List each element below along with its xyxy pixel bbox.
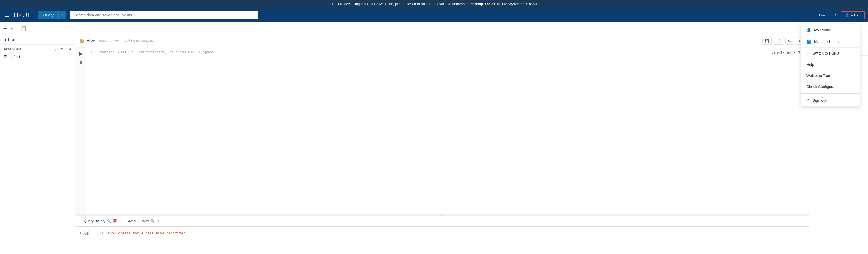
databases-count: (1) bbox=[55, 47, 59, 51]
add-db-icon[interactable]: + bbox=[65, 47, 67, 51]
hive-label: 🐝 Hive bbox=[80, 38, 95, 43]
format-query-button[interactable]: ||| bbox=[78, 60, 83, 64]
main-header: ☰ H•UE Query ▾ Jobs ≡ ↺ 👤 admin bbox=[0, 8, 868, 22]
hive-icon: 🐝 bbox=[80, 38, 85, 43]
history-query-text[interactable]: show create table test_hive_delimiter bbox=[107, 231, 185, 235]
sidebar-back-button[interactable]: ◀ Hive bbox=[0, 35, 75, 45]
admin-dropdown-menu: 👤 My Profile 👥 Manage Users ⇄ Switch to … bbox=[801, 24, 860, 106]
menu-item-help[interactable]: Help bbox=[801, 59, 860, 70]
sub-icon-grid[interactable]: ⊞ bbox=[10, 26, 14, 31]
admin-label: admin bbox=[851, 13, 861, 17]
query-dropdown-button[interactable]: ▾ bbox=[58, 11, 66, 19]
header-right: Jobs ≡ ↺ 👤 admin bbox=[818, 11, 865, 19]
editor-settings-icon[interactable]: ⚙ bbox=[797, 50, 801, 54]
sub-icon-list[interactable]: ☰ bbox=[3, 26, 7, 31]
database-selector[interactable]: default ▾ bbox=[772, 50, 785, 54]
menu-item-check-config[interactable]: Check Configuration bbox=[801, 81, 860, 92]
menu-item-manage-users[interactable]: 👥 Manage Users bbox=[801, 36, 860, 47]
add-name-field[interactable]: Add a name... bbox=[98, 39, 122, 43]
content-area: ◀ Hive Databases (1) ▼ + ↺ ☰ default 🐝 H… bbox=[0, 35, 868, 254]
manage-users-icon: 👥 bbox=[806, 39, 811, 44]
sign-out-icon: ⟳ bbox=[806, 98, 810, 103]
history-button[interactable]: ↺ bbox=[833, 13, 837, 18]
new-file-button[interactable]: 📄 bbox=[774, 37, 783, 45]
editor-toolbar-left: ▶ ||| bbox=[75, 47, 86, 214]
save-button[interactable]: 💾 bbox=[762, 37, 772, 45]
switch-hue3-label: Switch to Hue 3 bbox=[813, 51, 839, 56]
editor-title-bar: 🐝 Hive Add a name... Add a description..… bbox=[75, 35, 809, 47]
sidebar-back-label: Hive bbox=[8, 38, 15, 42]
db-icon: ☰ bbox=[4, 55, 7, 59]
saved-queries-refresh-icon[interactable]: ↺ bbox=[156, 219, 159, 223]
left-sidebar: ◀ Hive Databases (1) ▼ + ↺ ☰ default bbox=[0, 35, 75, 254]
filter-icon[interactable]: ▼ bbox=[60, 47, 63, 51]
menu-item-sign-out[interactable]: ⟳ Sign out bbox=[801, 95, 860, 106]
history-time: 1 天前 bbox=[80, 231, 96, 236]
welcome-tour-label: Welcome Tour bbox=[806, 73, 830, 78]
sub-header: ☰ ⊞ 📋 bbox=[0, 22, 868, 35]
manage-users-label: Manage Users bbox=[814, 39, 839, 44]
format-dropdown-arrow: ▾ bbox=[794, 51, 795, 54]
menu-item-my-profile[interactable]: 👤 My Profile bbox=[801, 25, 860, 36]
jobs-icon: ≡ bbox=[827, 13, 829, 17]
sub-icon-file[interactable]: 📋 bbox=[21, 26, 26, 31]
help-label: Help bbox=[806, 62, 814, 67]
switch-hue3-icon: ⇄ bbox=[806, 51, 810, 56]
format-selector[interactable]: text ▾ bbox=[787, 50, 795, 54]
sidebar-databases-header: Databases (1) ▼ + ↺ bbox=[0, 45, 75, 53]
add-description-field[interactable]: Add a description... bbox=[125, 39, 157, 43]
main-editor: 🐝 Hive Add a name... Add a description..… bbox=[75, 35, 809, 254]
saved-queries-search-icon[interactable]: 🔍 bbox=[150, 219, 155, 223]
resize-handle[interactable]: ··· bbox=[75, 214, 809, 216]
query-history-label: Query History bbox=[84, 219, 105, 223]
history-row: 1 天前 ↺ show create table test_hive_delim… bbox=[80, 229, 805, 238]
database-item-default[interactable]: ☰ default bbox=[0, 53, 75, 60]
refresh-db-icon[interactable]: ↺ bbox=[69, 47, 71, 51]
hive-text: Hive bbox=[87, 38, 95, 43]
query-history-search-icon[interactable]: 🔍 bbox=[107, 219, 111, 223]
hamburger-button[interactable]: ☰ bbox=[3, 11, 10, 20]
banner-text: You are accessing a non-optimized Hue, p… bbox=[332, 2, 470, 6]
query-button-group: Query ▾ bbox=[38, 11, 66, 20]
editor-options-bar: default ▾ text ▾ ⚙ ? bbox=[772, 50, 805, 54]
query-placeholder: Example: SELECT * FROM tablename, or pre… bbox=[98, 50, 213, 54]
tab-saved-queries[interactable]: Saved Queries 🔍 ↺ bbox=[121, 216, 163, 226]
query-history-table: 1 天前 ↺ show create table test_hive_delim… bbox=[75, 227, 809, 240]
jobs-label: Jobs bbox=[818, 13, 826, 17]
title-bar-right: 💾 📄 🏷 ⚙ bbox=[762, 37, 805, 45]
db-name: default bbox=[10, 55, 20, 59]
logo: H•UE bbox=[13, 11, 33, 20]
logo-text: H•UE bbox=[13, 11, 33, 20]
query-button[interactable]: Query bbox=[38, 11, 58, 20]
bottom-tabs: Query History 🔍 📅 Saved Queries 🔍 ↺ bbox=[75, 216, 809, 227]
tag-button[interactable]: 🏷 bbox=[785, 37, 794, 45]
run-query-button[interactable]: ▶ bbox=[78, 49, 84, 58]
dropdown-divider bbox=[801, 93, 860, 94]
check-config-label: Check Configuration bbox=[806, 85, 841, 89]
search-input[interactable] bbox=[70, 11, 258, 19]
my-profile-icon: 👤 bbox=[806, 28, 811, 33]
logo-dot: • bbox=[19, 11, 22, 19]
sub-header-divider bbox=[17, 25, 17, 32]
menu-item-welcome-tour[interactable]: Welcome Tour bbox=[801, 70, 860, 81]
history-type-icon: ↺ bbox=[100, 231, 103, 235]
sidebar-actions: (1) ▼ + ↺ bbox=[55, 47, 71, 51]
sign-out-label: Sign out bbox=[813, 98, 826, 102]
saved-queries-label: Saved Queries bbox=[126, 219, 149, 223]
tab-query-history[interactable]: Query History 🔍 📅 bbox=[80, 216, 121, 226]
database-dropdown-arrow: ▾ bbox=[783, 51, 784, 54]
my-profile-label: My Profile bbox=[814, 28, 831, 32]
databases-label: Databases bbox=[4, 47, 21, 51]
top-banner: You are accessing a non-optimized Hue, p… bbox=[0, 0, 868, 8]
admin-button[interactable]: 👤 admin bbox=[841, 11, 865, 19]
sql-editor-container: ▶ ||| 1 Example: SELECT * FROM tablename… bbox=[75, 47, 809, 214]
jobs-button[interactable]: Jobs ≡ bbox=[818, 13, 829, 17]
admin-icon: 👤 bbox=[845, 13, 849, 17]
banner-link[interactable]: http://ip-172-31-10-118.fayson.com:8889 bbox=[470, 2, 536, 6]
query-history-date-icon[interactable]: 📅 bbox=[113, 219, 117, 223]
back-icon: ◀ bbox=[4, 38, 6, 42]
sql-content-area[interactable]: 1 Example: SELECT * FROM tablename, or p… bbox=[86, 47, 809, 214]
menu-item-switch-hue3[interactable]: ⇄ Switch to Hue 3 bbox=[801, 47, 860, 59]
bottom-panel: Query History 🔍 📅 Saved Queries 🔍 ↺ 1 天前… bbox=[75, 216, 809, 254]
line-number: 1 bbox=[90, 50, 93, 54]
